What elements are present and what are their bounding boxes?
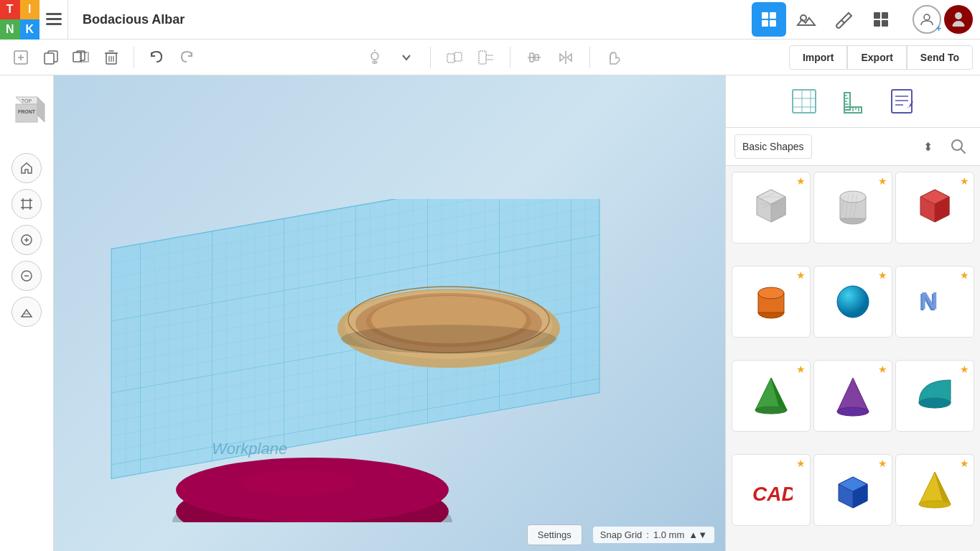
add-user-button[interactable] xyxy=(913,5,941,34)
tinker-button[interactable] xyxy=(826,2,861,37)
send-to-button[interactable]: Send To xyxy=(907,45,973,70)
toolbar-separator-3 xyxy=(510,47,510,68)
project-title: Bodacious Albar xyxy=(68,12,752,27)
logo[interactable]: T I N K xyxy=(0,0,39,40)
align-icon xyxy=(526,50,542,65)
workplane-label: Workplane xyxy=(212,440,287,458)
ungroup-button[interactable] xyxy=(472,44,500,71)
perspective-button[interactable] xyxy=(11,297,42,327)
copy-icon xyxy=(43,50,59,65)
canvas-area[interactable]: Workplane xyxy=(54,75,725,551)
grid-view-button[interactable] xyxy=(752,2,786,37)
shape-cube-red[interactable]: ★ xyxy=(895,172,974,244)
workplane-svg: Workplane xyxy=(68,199,643,522)
svg-point-138 xyxy=(919,501,951,508)
perspective-icon xyxy=(20,305,33,318)
dropdown-button[interactable] xyxy=(393,44,420,71)
text3d-shape-icon: N N xyxy=(913,280,956,323)
shape-search-button[interactable] xyxy=(946,134,971,159)
svg-marker-42 xyxy=(560,54,564,61)
cylinder-orange-shape-icon xyxy=(750,280,793,323)
shape-cone-purple[interactable]: ★ xyxy=(813,360,892,432)
undo-button[interactable] xyxy=(143,44,170,71)
toolbar-left xyxy=(7,44,200,71)
zoom-out-button[interactable] xyxy=(11,261,42,291)
shapes-tab-icon xyxy=(790,87,818,116)
duplicate-button[interactable] xyxy=(67,44,95,71)
fit-to-view-button[interactable] xyxy=(11,189,42,219)
fit-icon xyxy=(20,198,33,210)
export-button[interactable]: Export xyxy=(847,45,906,70)
snap-grid-label: Snap Grid xyxy=(600,529,643,540)
snap-grid-colon: : xyxy=(646,529,649,540)
svg-rect-5 xyxy=(762,20,768,27)
svg-point-81 xyxy=(241,470,355,496)
shape-red-letters[interactable]: ★ CAD xyxy=(732,454,811,526)
chevron-down-icon xyxy=(401,52,411,62)
gallery-button[interactable] xyxy=(789,2,823,37)
rulers-tab[interactable] xyxy=(836,84,870,119)
copy-button[interactable] xyxy=(37,44,65,71)
notes-tab[interactable] xyxy=(885,84,919,119)
shape-box[interactable]: ★ xyxy=(732,172,811,244)
trash-icon xyxy=(104,50,118,65)
shape-cylinder-gray[interactable]: ★ xyxy=(813,172,892,244)
cylinder-gray-shape-icon xyxy=(831,186,874,229)
star-badge: ★ xyxy=(878,364,887,375)
shape-sphere[interactable]: ★ xyxy=(813,266,892,338)
shape-cylinder-orange[interactable]: ★ xyxy=(732,266,811,338)
pyramid-yellow-shape-icon xyxy=(913,468,956,511)
svg-point-29 xyxy=(371,52,378,60)
shapes-grid: ★ ★ xyxy=(726,166,980,551)
mirror-button[interactable] xyxy=(552,44,579,71)
svg-point-112 xyxy=(840,191,866,203)
user-avatar[interactable] xyxy=(944,5,973,34)
toolbar-right: Import Export Send To xyxy=(789,45,973,70)
import-button[interactable]: Import xyxy=(789,45,848,70)
right-panel-tabs xyxy=(726,75,980,128)
snap-grid-control: Snap Grid : 1.0 mm ▲▼ xyxy=(593,527,714,543)
shape-blue-block[interactable]: ★ xyxy=(813,454,892,526)
light-icon xyxy=(367,50,383,65)
light-button[interactable] xyxy=(361,44,388,71)
svg-text:TOP: TOP xyxy=(22,98,32,103)
star-badge: ★ xyxy=(960,364,969,375)
logo-t: T xyxy=(0,0,20,19)
pyramid-green-shape-icon xyxy=(750,374,793,417)
svg-marker-129 xyxy=(837,378,869,412)
right-panel: Basic Shapes ⬍ ★ xyxy=(725,75,980,551)
star-badge: ★ xyxy=(878,269,887,281)
new-button[interactable] xyxy=(7,44,34,71)
grid-icon xyxy=(760,11,778,28)
undo-icon xyxy=(149,50,164,65)
star-badge: ★ xyxy=(796,458,806,469)
redo-button[interactable] xyxy=(173,44,200,71)
shapes-tab[interactable] xyxy=(787,84,821,119)
codeblocks-button[interactable] xyxy=(864,2,898,37)
viewport-cube[interactable]: TOP FRONT xyxy=(0,83,55,140)
svg-marker-43 xyxy=(567,54,571,61)
shape-dome-teal[interactable]: ★ xyxy=(895,360,974,432)
grab-button[interactable] xyxy=(600,44,627,71)
home-icon xyxy=(20,162,33,175)
home-view-button[interactable] xyxy=(11,153,42,183)
avatar-icon xyxy=(948,9,969,29)
dome-teal-shape-icon xyxy=(913,374,956,417)
search-icon xyxy=(951,139,966,154)
group-button[interactable] xyxy=(441,44,468,71)
align-button[interactable] xyxy=(521,44,548,71)
star-badge: ★ xyxy=(960,175,969,187)
svg-rect-4 xyxy=(770,12,776,19)
snap-grid-arrows[interactable]: ▲▼ xyxy=(689,529,707,540)
shape-text3d[interactable]: ★ N N xyxy=(895,266,974,338)
svg-marker-49 xyxy=(37,97,45,122)
shape-category-select[interactable]: Basic Shapes xyxy=(734,134,812,159)
shape-pyramid-yellow[interactable]: ★ xyxy=(895,454,974,526)
delete-button[interactable] xyxy=(98,44,125,71)
shape-pyramid-green[interactable]: ★ xyxy=(732,360,811,432)
menu-icon[interactable] xyxy=(39,0,68,40)
logo-k: K xyxy=(20,19,40,40)
zoom-in-icon xyxy=(20,233,33,246)
zoom-in-button[interactable] xyxy=(11,225,42,255)
settings-button[interactable]: Settings xyxy=(527,524,582,545)
